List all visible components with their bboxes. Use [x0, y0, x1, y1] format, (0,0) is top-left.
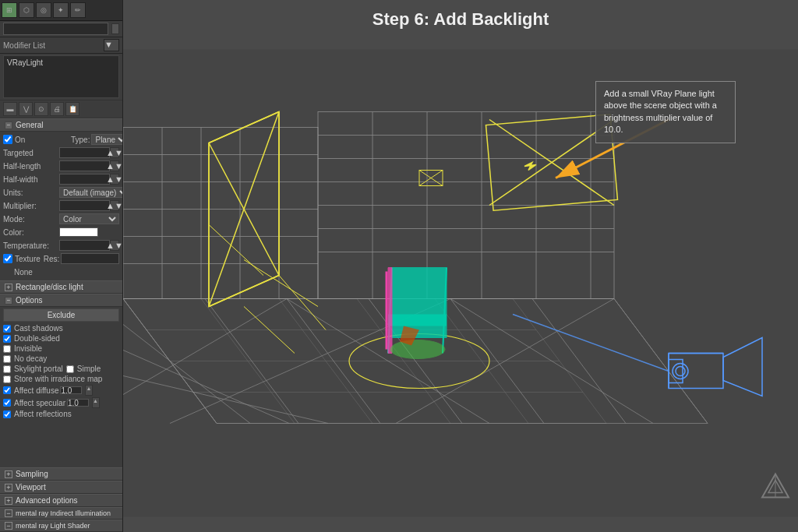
multiplier-input[interactable]: 10.0: [59, 200, 110, 211]
temperature-input[interactable]: 6500.0: [59, 240, 110, 251]
affect-diffuse-checkbox[interactable]: [3, 386, 11, 394]
options-section-header[interactable]: − Options: [0, 294, 122, 307]
no-decay-checkbox[interactable]: [3, 355, 11, 363]
sampling-label: Sampling: [16, 470, 48, 478]
step-title: Step 6: Add Backlight: [123, 0, 798, 34]
affect-specular-checkbox[interactable]: [3, 399, 11, 407]
mini-btn-track[interactable]: ⋁: [19, 102, 33, 116]
toolbar-btn-3[interactable]: ◎: [36, 2, 51, 18]
type-label: Type:: [71, 136, 90, 144]
affect-diffuse-label: Affect diffuse: [14, 386, 58, 395]
vraylight-item[interactable]: VRayLight: [7, 58, 115, 68]
res-input[interactable]: 512: [61, 253, 119, 264]
halfwidth-row: Half-width 11.790 ▲▼: [3, 173, 119, 185]
cast-shadows-label: Cast shadows: [14, 324, 63, 333]
options-label: Options: [16, 296, 42, 305]
main-area: Step 6: Add Backlight: [123, 0, 798, 532]
object-color-swatch[interactable]: [111, 23, 119, 34]
cast-shadows-row: Cast shadows: [0, 323, 122, 333]
mode-label: Mode:: [3, 215, 59, 224]
skylight-label: Skylight portal: [14, 365, 63, 373]
simple-checkbox[interactable]: [66, 365, 74, 373]
mode-select[interactable]: Color: [59, 213, 119, 224]
multiplier-row: Multiplier: 10.0 ▲▼: [3, 199, 119, 212]
invisible-row: Invisible: [0, 344, 122, 354]
invisible-checkbox[interactable]: [3, 345, 11, 353]
modifier-list-dropdown[interactable]: ▼: [104, 39, 119, 51]
halflength-spinner[interactable]: ▲▼: [110, 160, 119, 171]
none-row: None: [3, 266, 119, 278]
modifier-row: Modifier List ▼: [0, 37, 122, 54]
exclude-button[interactable]: Exclude: [3, 308, 119, 322]
toolbar-btn-4[interactable]: ✦: [53, 2, 69, 18]
general-props: On Type: Plane Targeted 200.0 ▲▼ Half-le…: [0, 132, 122, 280]
mental-ray-indirect-row[interactable]: − mental ray Indirect Illumination: [0, 507, 122, 520]
store-irr-label: Store with irradiance map: [14, 375, 102, 383]
affect-specular-value[interactable]: [67, 399, 89, 407]
affect-diffuse-row: Affect diffuse ▲: [0, 384, 122, 396]
advanced-options-row[interactable]: + Advanced options: [0, 494, 122, 507]
sampling-row[interactable]: + Sampling: [0, 467, 122, 481]
units-label: Units:: [3, 188, 59, 197]
halfwidth-input[interactable]: 11.790: [59, 174, 110, 185]
general-section-header[interactable]: − General: [0, 118, 122, 132]
targeted-label: Targeted: [3, 149, 59, 157]
temperature-row: Temperature: 6500.0 ▲▼: [3, 239, 119, 252]
svg-rect-65: [392, 268, 447, 338]
mental-ray-shader-row[interactable]: − mental ray Light Shader: [0, 520, 122, 532]
viewport-row[interactable]: + Viewport: [0, 481, 122, 494]
simple-label: Simple: [77, 365, 101, 373]
units-select[interactable]: Default (image): [59, 187, 123, 198]
affect-specular-label: Affect specular: [14, 399, 65, 407]
none-label: None: [14, 268, 33, 277]
svg-marker-69: [388, 268, 392, 354]
affect-specular-spinner[interactable]: ▲: [92, 397, 100, 408]
mini-btn-pin[interactable]: ▬: [3, 102, 17, 116]
multiplier-label: Multiplier:: [3, 202, 59, 210]
left-panel: ⊞ ⬡ ◎ ✦ ✏ VRayLight004 Modifier List ▼ V…: [0, 0, 123, 532]
color-row: Color:: [3, 226, 119, 238]
on-checkbox[interactable]: [3, 135, 12, 144]
rectangle-disc-row[interactable]: + Rectangle/disc light: [0, 280, 122, 294]
svg-rect-68: [388, 315, 447, 326]
toolbar-btn-2[interactable]: ⬡: [19, 2, 34, 18]
name-row: VRayLight004: [0, 21, 122, 37]
advanced-options-expand-icon: +: [5, 497, 12, 505]
type-select[interactable]: Plane: [91, 134, 123, 145]
viewport-label: Viewport: [16, 483, 46, 491]
texture-checkbox[interactable]: [3, 254, 12, 263]
double-sided-checkbox[interactable]: [3, 335, 11, 343]
mini-btn-circle[interactable]: ⊙: [34, 102, 48, 116]
affect-reflections-checkbox[interactable]: [3, 410, 11, 418]
mental-ray-shader-expand-icon: −: [5, 522, 12, 530]
vraylight-box: VRayLight: [3, 55, 119, 98]
toolbar-btn-1[interactable]: ⊞: [2, 2, 17, 18]
skylight-checkbox[interactable]: [3, 365, 11, 373]
on-label: On: [15, 136, 71, 144]
mental-ray-indirect-label: mental ray Indirect Illumination: [16, 509, 111, 517]
bottom-sections: + Sampling + Viewport + Advanced options…: [0, 467, 122, 532]
multiplier-spinner[interactable]: ▲▼: [110, 200, 119, 211]
object-name-input[interactable]: VRayLight004: [3, 23, 108, 35]
mini-btn-copy[interactable]: 📋: [65, 102, 79, 116]
advanced-options-label: Advanced options: [16, 496, 78, 505]
affect-diffuse-spinner[interactable]: ▲: [85, 385, 93, 396]
options-expand-icon: −: [5, 297, 12, 305]
targeted-spinner[interactable]: ▲▼: [110, 147, 119, 158]
color-swatch[interactable]: [59, 227, 98, 237]
mini-btn-print[interactable]: 🖨: [50, 102, 64, 116]
halflength-input[interactable]: 13.696: [59, 160, 110, 171]
halfwidth-spinner[interactable]: ▲▼: [110, 174, 119, 185]
cast-shadows-checkbox[interactable]: [3, 325, 11, 333]
double-sided-label: Double-sided: [14, 334, 60, 343]
invisible-label: Invisible: [14, 344, 42, 353]
skylight-row: Skylight portal Simple: [0, 364, 122, 374]
texture-label: Texture: [15, 255, 41, 263]
store-irr-checkbox[interactable]: [3, 375, 11, 383]
halflength-row: Half-length 13.696 ▲▼: [3, 160, 119, 172]
affect-diffuse-value[interactable]: [60, 386, 82, 394]
temperature-spinner[interactable]: ▲▼: [110, 240, 119, 251]
affect-specular-row: Affect specular ▲: [0, 396, 122, 409]
toolbar-btn-5[interactable]: ✏: [70, 2, 86, 18]
targeted-input[interactable]: 200.0: [59, 147, 110, 158]
